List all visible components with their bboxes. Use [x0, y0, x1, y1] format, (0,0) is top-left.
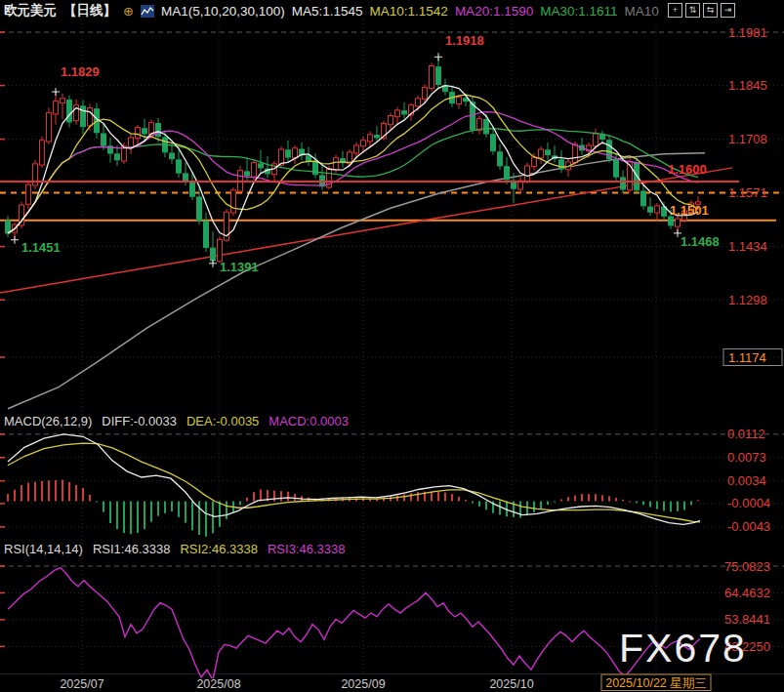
macd-dea-line — [8, 443, 700, 522]
ma10-line — [8, 95, 698, 233]
period-label: 【日线】 — [63, 2, 116, 20]
rsi1-value: RSI1:46.3338 — [93, 542, 171, 556]
ma20-value: MA20:1.1590 — [455, 4, 533, 19]
ma5-line — [8, 86, 698, 236]
y-axis-scale-button[interactable]: ⇅ — [685, 3, 700, 18]
macd-axis-label: 0.0112 — [727, 427, 765, 441]
macd-diff-value: DIFF:-0.0033 — [102, 414, 177, 428]
add-indicator-icon[interactable]: ⊕ — [123, 4, 134, 19]
price-axis-label: 1.1981 — [728, 25, 767, 40]
time-axis-label: 2025/10 — [489, 677, 533, 691]
ma100-label: MA10 — [625, 4, 659, 19]
chart-legend: 欧元美元 【日线】 ⊕ MA1(5,10,20,30,100) MA5:1.15… — [4, 2, 659, 20]
price-line-label: 1.1501 — [670, 203, 709, 218]
macd-dea-value: DEA:-0.0035 — [186, 414, 259, 428]
time-axis-label: 2025/07 — [60, 677, 103, 691]
price-line-label: 1.1600 — [668, 162, 707, 177]
macd-axis-label: -0.0043 — [727, 519, 770, 534]
price-annotation: 1.1918 — [445, 33, 484, 48]
macd-pane — [7, 434, 700, 537]
macd-axis-label: 0.0034 — [727, 473, 766, 488]
price-axis-label: 1.1708 — [728, 132, 767, 146]
x-axis-scale-button[interactable]: ⇆ — [703, 3, 718, 18]
rsi-axis-label: 75.0823 — [724, 559, 770, 574]
macd-axis-label: -0.0004 — [727, 496, 770, 510]
price-annotation: 1.1391 — [220, 260, 259, 274]
chart-canvas[interactable]: 1.15011.16001.18291.19181.14511.13911.14… — [0, 0, 784, 692]
price-axis-label: 1.1571 — [728, 185, 767, 200]
fx678-watermark: FX678 — [619, 626, 747, 672]
rsi-pane — [8, 568, 700, 680]
price-annotation: 1.1451 — [21, 240, 61, 255]
time-axis-label: 2025/09 — [341, 677, 385, 691]
boxed-price-label: 1.1174 — [728, 350, 766, 365]
main-pane — [0, 53, 784, 408]
ma5-value: MA5:1.1545 — [292, 4, 363, 19]
price-marker — [52, 88, 60, 96]
price-marker — [11, 236, 19, 244]
macd-axis-label: 0.0073 — [727, 450, 766, 465]
macd-header: MACD(26,12,9) DIFF:-0.0033 DEA:-0.0035 M… — [4, 414, 349, 428]
ma30-value: MA30:1.1611 — [540, 4, 617, 19]
ma100-line — [8, 153, 705, 409]
rsi3-value: RSI3:46.3338 — [268, 542, 346, 556]
symbol-name: 欧元美元 — [4, 2, 57, 20]
current-date-label: 2025/10/22 星期三 — [605, 676, 707, 690]
rsi2-value: RSI2:46.3338 — [180, 542, 258, 556]
price-annotation: 1.1829 — [61, 64, 100, 79]
price-axis-label: 1.1434 — [728, 239, 767, 254]
toolbar: +⇅⇆⇥ — [668, 3, 735, 18]
ma-settings-label: MA1(5,10,20,30,100) — [161, 4, 285, 19]
price-axis-label: 1.1298 — [728, 293, 767, 307]
exit-button[interactable]: ⇥ — [721, 3, 735, 18]
ma10-value: MA10:1.1542 — [370, 4, 448, 19]
ma20-line — [8, 112, 698, 233]
macd-histogram — [7, 479, 699, 536]
rsi-header: RSI(14,14,14) RSI1:46.3338 RSI2:46.3338 … — [4, 542, 345, 556]
rsi-axis-label: 64.4632 — [724, 586, 770, 600]
price-axis-label: 1.1845 — [728, 78, 767, 93]
crosshair-button[interactable]: + — [668, 3, 682, 18]
axis-labels: 1.15011.16001.18291.19181.14511.13911.14… — [21, 25, 782, 692]
price-annotation: 1.1468 — [681, 234, 720, 249]
macd-hist-value: MACD:0.0003 — [268, 414, 349, 428]
rsi-title: RSI(14,14,14) — [4, 542, 83, 556]
rsi-line — [8, 568, 700, 680]
time-axis-label: 2025/08 — [196, 677, 240, 691]
price-marker — [434, 53, 442, 61]
chart-type-icon[interactable] — [141, 5, 154, 18]
trading-app: 1.15011.16001.18291.19181.14511.13911.14… — [0, 0, 784, 692]
macd-title: MACD(26,12,9) — [4, 414, 92, 428]
